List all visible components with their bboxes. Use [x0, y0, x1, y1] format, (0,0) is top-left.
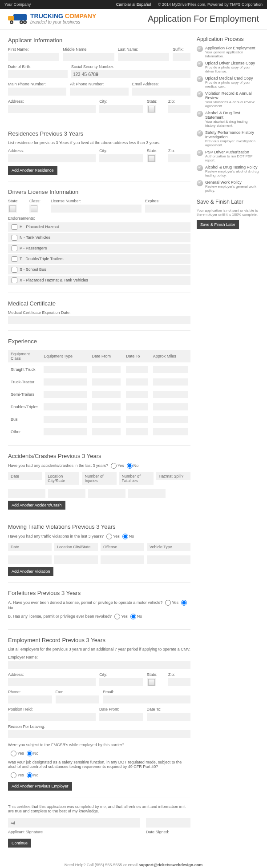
exp-cell-input[interactable]	[126, 428, 147, 435]
endorsement-item[interactable]: N - Tank Vehicles	[8, 233, 190, 242]
emp-fax-input[interactable]	[56, 695, 100, 703]
cell-input[interactable]	[147, 555, 190, 564]
emp-position-input[interactable]	[8, 713, 96, 721]
exp-cell-input[interactable]	[153, 428, 188, 435]
emp-phone-input[interactable]	[8, 695, 52, 703]
forfeit-a-no-radio[interactable]	[181, 600, 187, 606]
employer-name-input[interactable]	[8, 661, 190, 669]
cell-input[interactable]	[8, 555, 52, 564]
add-employer-button[interactable]: Add Another Previous Employer	[8, 782, 72, 791]
process-item[interactable]: Violation Record & Annual ReviewYour vio…	[197, 91, 259, 108]
cell-input[interactable]	[88, 489, 125, 498]
endorsement-item[interactable]: T - Double/Triple Trailers	[8, 254, 190, 264]
cell-input[interactable]	[54, 555, 98, 564]
city-input[interactable]	[99, 105, 143, 113]
main-phone-input[interactable]	[8, 88, 66, 96]
lic-number-input[interactable]	[51, 205, 142, 213]
cell-input[interactable]	[48, 489, 85, 498]
emp-q1-no-radio[interactable]	[27, 751, 32, 756]
exp-cell-input[interactable]	[92, 391, 121, 398]
support-email-link[interactable]: support@ricketsswebdesign.com	[138, 863, 202, 867]
cell-input[interactable]	[101, 555, 144, 564]
endorsement-checkbox[interactable]	[12, 245, 17, 251]
endorsement-checkbox[interactable]	[12, 224, 17, 230]
exp-cell-input[interactable]	[153, 403, 188, 410]
exp-cell-input[interactable]	[153, 366, 188, 373]
alt-phone-input[interactable]	[70, 88, 128, 96]
accidents-yes-radio[interactable]	[111, 463, 117, 469]
add-accident-button[interactable]: Add Another Accident/Crash	[8, 501, 65, 510]
suffix-input[interactable]	[173, 53, 190, 61]
exp-cell-input[interactable]	[92, 378, 121, 386]
exp-cell-input[interactable]	[92, 428, 121, 435]
exp-cell-input[interactable]	[44, 403, 86, 410]
exp-cell-input[interactable]	[44, 416, 86, 423]
add-violation-button[interactable]: Add Another Violation	[8, 567, 53, 576]
forfeit-b-no-radio[interactable]	[130, 614, 136, 619]
exp-cell-input[interactable]	[126, 391, 147, 398]
last-name-input[interactable]	[118, 53, 169, 61]
exp-cell-input[interactable]	[153, 416, 188, 423]
exp-cell-input[interactable]	[44, 391, 86, 398]
add-residence-button[interactable]: Add Another Residence	[8, 166, 57, 175]
emp-to-input[interactable]	[147, 713, 191, 721]
middle-name-input[interactable]	[63, 53, 114, 61]
accidents-no-radio[interactable]	[127, 463, 133, 469]
emp-reason-input[interactable]	[8, 730, 190, 738]
res-address-input[interactable]	[8, 154, 96, 162]
emp-state-select[interactable]	[147, 678, 156, 686]
email-input[interactable]	[132, 88, 190, 96]
endorsement-item[interactable]: P - Passengers	[8, 244, 190, 253]
res-city-input[interactable]	[99, 154, 143, 162]
cell-input[interactable]	[8, 489, 45, 498]
forfeit-a-yes-radio[interactable]	[165, 600, 171, 606]
address-input[interactable]	[8, 105, 96, 113]
process-item[interactable]: PSP Driver AuthorizationAuthorization to…	[197, 150, 259, 162]
exp-cell-input[interactable]	[126, 416, 147, 423]
endorsement-item[interactable]: X - Placarded Hazmat & Tank Vehicles	[8, 276, 190, 285]
save-finish-button[interactable]: Save & Finish Later	[197, 220, 239, 229]
process-item[interactable]: Safety Performance History Investigation…	[197, 130, 259, 147]
emp-zip-input[interactable]	[168, 678, 190, 686]
process-item[interactable]: Alcohol & Drug Testing PolicyReview empl…	[197, 165, 259, 177]
exp-cell-input[interactable]	[44, 378, 86, 386]
emp-from-input[interactable]	[99, 713, 143, 721]
emp-q1-yes-radio[interactable]	[11, 751, 16, 756]
state-select[interactable]	[147, 105, 156, 113]
zip-input[interactable]	[168, 105, 190, 113]
dob-input[interactable]	[8, 70, 68, 78]
emp-address-input[interactable]	[8, 678, 96, 686]
exp-cell-input[interactable]	[44, 428, 86, 435]
exp-cell-input[interactable]	[44, 366, 86, 373]
emp-city-input[interactable]	[99, 678, 143, 686]
violations-no-radio[interactable]	[122, 534, 128, 539]
date-signed-input[interactable]	[146, 818, 190, 828]
medical-date-input[interactable]	[8, 316, 190, 324]
endorsement-item[interactable]: H - Placarded Hazmat	[8, 222, 190, 232]
ssn-input[interactable]	[71, 70, 190, 78]
exp-cell-input[interactable]	[153, 378, 188, 386]
endorsement-checkbox[interactable]	[12, 267, 17, 273]
process-item[interactable]: General Work PolicyReview employer's gen…	[197, 180, 259, 193]
exp-cell-input[interactable]	[153, 391, 188, 398]
lic-state-select[interactable]	[8, 205, 17, 213]
exp-cell-input[interactable]	[92, 366, 121, 373]
emp-email-input[interactable]	[103, 695, 190, 703]
process-item[interactable]: Application For EmploymentYour general a…	[197, 46, 259, 58]
res-zip-input[interactable]	[168, 154, 190, 162]
lic-expires-input[interactable]	[145, 205, 190, 213]
endorsement-checkbox[interactable]	[12, 277, 17, 283]
language-link[interactable]: Cambiar al Español	[116, 0, 151, 9]
emp-q2-yes-radio[interactable]	[11, 772, 16, 778]
endorsement-item[interactable]: S - School Bus	[8, 265, 190, 274]
exp-cell-input[interactable]	[92, 416, 121, 423]
forfeit-b-yes-radio[interactable]	[114, 614, 120, 619]
signature-input[interactable]	[8, 818, 140, 828]
exp-cell-input[interactable]	[126, 378, 147, 386]
lic-class-select[interactable]	[29, 205, 38, 213]
violations-yes-radio[interactable]	[106, 534, 112, 539]
process-item[interactable]: Alcohol & Drug Test StatementYour alcoho…	[197, 111, 259, 128]
endorsement-checkbox[interactable]	[12, 256, 17, 262]
exp-cell-input[interactable]	[126, 366, 147, 373]
res-state-select[interactable]	[147, 154, 156, 162]
